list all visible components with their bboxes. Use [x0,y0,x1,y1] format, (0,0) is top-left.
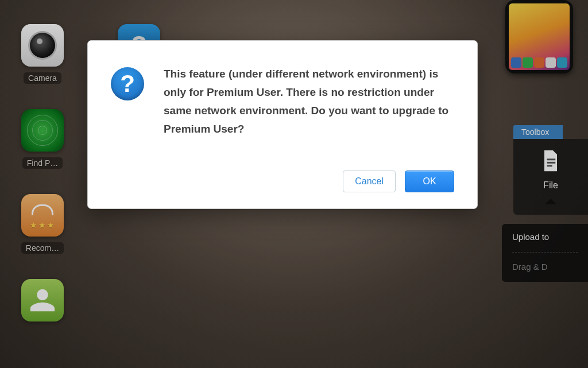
dialog-message: This feature (under different network en… [164,65,454,138]
dialog-actions: Cancel OK [111,171,454,192]
cancel-button[interactable]: Cancel [343,171,396,192]
premium-upgrade-dialog: ? This feature (under different network … [87,40,478,209]
ok-button[interactable]: OK [405,171,454,192]
question-icon: ? [111,67,144,100]
